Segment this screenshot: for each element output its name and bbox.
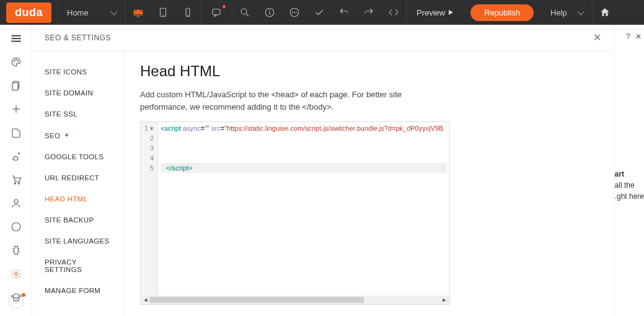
mobile-view-button[interactable]	[175, 0, 200, 25]
widgets-icon[interactable]	[10, 32, 22, 45]
pages-icon[interactable]	[10, 79, 22, 92]
svg-point-6	[188, 15, 188, 15]
close-panel-button[interactable]: ✕	[593, 32, 601, 43]
dev-mode-button[interactable]	[381, 0, 406, 25]
help-label: Help	[550, 8, 567, 17]
settings-nav-item[interactable]: SITE DOMAIN	[32, 82, 123, 103]
panel-title: SEO & SETTINGS	[45, 33, 111, 42]
svg-point-26	[18, 183, 19, 184]
sliver-text-2: all the	[615, 180, 644, 191]
code-gutter: 1 ▾2345	[141, 122, 158, 296]
duda-logo: duda	[6, 2, 51, 23]
svg-point-4	[163, 15, 164, 15]
preview-button[interactable]: Preview	[407, 0, 463, 25]
republish-button[interactable]: Republish	[470, 4, 534, 21]
svg-point-19	[17, 61, 19, 62]
apps-icon[interactable]	[10, 244, 22, 257]
settings-nav-item[interactable]: SITE BACKUP	[32, 209, 123, 230]
design-icon[interactable]	[10, 56, 22, 68]
scroll-left-arrow-icon[interactable]: ◄	[142, 297, 149, 303]
preview-label: Preview	[417, 8, 445, 17]
settings-nav-item[interactable]: GOOGLE TOOLS	[32, 146, 123, 167]
svg-rect-7	[213, 9, 220, 15]
settings-nav-item[interactable]: MANAGE FORM	[32, 280, 123, 301]
page-selector-dropdown[interactable]: Home	[58, 0, 125, 25]
redo-button[interactable]	[356, 0, 381, 25]
comments-button[interactable]	[201, 0, 232, 25]
dashboard-home-button[interactable]	[593, 7, 617, 18]
chevron-down-icon	[110, 8, 117, 15]
head-html-editor: Head HTML Add custom HTML/JavaScript to …	[124, 51, 614, 316]
settings-nav-item[interactable]: PRIVACY SETTINGS	[32, 252, 123, 280]
svg-point-29	[14, 273, 17, 276]
code-editor[interactable]: 1 ▾2345 <script async="" src="https://st…	[140, 121, 450, 305]
blog-icon[interactable]	[10, 221, 22, 233]
settings-nav-item[interactable]: SITE SSL	[32, 103, 123, 125]
settings-nav-item[interactable]: SITE LANGUAGES	[32, 230, 123, 252]
editor-title: Head HTML	[140, 63, 598, 80]
notification-dot-icon	[22, 293, 25, 297]
svg-point-12	[270, 10, 270, 11]
done-button[interactable]	[307, 0, 332, 25]
svg-point-28	[12, 222, 20, 231]
settings-nav-item[interactable]: SITE ICONS	[32, 61, 123, 82]
play-icon	[449, 10, 453, 15]
tablet-view-button[interactable]	[151, 0, 175, 25]
svg-point-25	[14, 183, 15, 184]
settings-nav-item[interactable]: SEO✦	[32, 125, 123, 146]
help-tip-icon[interactable]: ?	[626, 32, 630, 41]
close-icon[interactable]: ✕	[635, 32, 642, 41]
settings-sidebar: SITE ICONSSITE DOMAINSITE SSLSEO✦GOOGLE …	[32, 51, 124, 316]
add-icon[interactable]	[10, 103, 22, 115]
scrollbar-thumb[interactable]	[149, 297, 364, 303]
svg-point-17	[14, 61, 15, 62]
sliver-text-1: art	[615, 169, 644, 180]
sliver-text-3: ght here.	[615, 191, 644, 202]
background-content-sliver: ? ✕ art all the ght here.	[614, 25, 644, 316]
svg-point-27	[14, 200, 18, 203]
ai-assistant-button[interactable]	[9, 294, 24, 309]
horizontal-scrollbar[interactable]: ◄ ►	[141, 296, 449, 304]
svg-rect-21	[12, 83, 18, 90]
settings-nav-item[interactable]: URL REDIRECT	[32, 167, 123, 188]
desktop-view-button[interactable]	[126, 0, 151, 25]
membership-icon[interactable]	[10, 197, 22, 209]
svg-line-9	[246, 14, 249, 16]
svg-point-18	[15, 59, 17, 61]
notification-dot-icon	[223, 5, 226, 8]
svg-point-14	[293, 12, 293, 13]
left-rail	[0, 25, 32, 316]
chevron-down-icon	[577, 8, 584, 15]
help-dropdown[interactable]: Help	[542, 0, 592, 25]
code-text-area[interactable]: <script async="" src="https://static.lin…	[158, 122, 449, 296]
svg-point-8	[241, 9, 247, 14]
settings-nav-item[interactable]: HEAD HTML	[32, 188, 123, 209]
svg-point-24	[18, 153, 19, 154]
svg-point-16	[296, 12, 297, 13]
info-button[interactable]	[257, 0, 282, 25]
ecommerce-icon[interactable]	[10, 173, 22, 186]
sparkle-icon: ✦	[64, 131, 69, 139]
settings-icon[interactable]	[10, 268, 22, 280]
page-selector-label: Home	[67, 8, 89, 17]
editor-description: Add custom HTML/JavaScript to the <head>…	[140, 89, 438, 113]
scroll-right-arrow-icon[interactable]: ►	[441, 297, 448, 303]
top-toolbar: duda Home Preview Republish	[0, 0, 644, 25]
search-button[interactable]	[232, 0, 257, 25]
svg-point-15	[294, 12, 295, 13]
chat-button[interactable]	[282, 0, 307, 25]
content-icon[interactable]	[10, 126, 22, 139]
undo-button[interactable]	[332, 0, 356, 25]
settings-panel: SEO & SETTINGS ✕ SITE ICONSSITE DOMAINSI…	[32, 25, 614, 316]
personalize-icon[interactable]	[10, 150, 22, 162]
